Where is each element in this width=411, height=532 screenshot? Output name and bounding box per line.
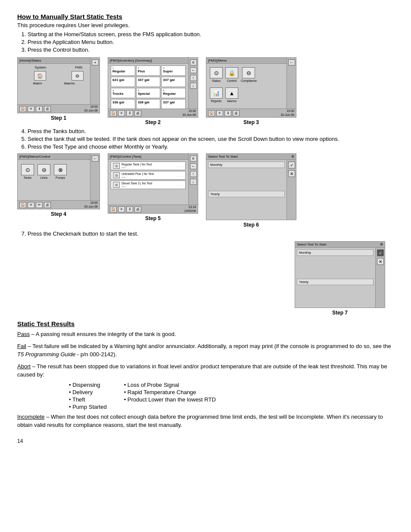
step6-label: Step 6 — [243, 222, 259, 228]
screen2-bicon2[interactable]: ≡ — [118, 110, 125, 116]
step2-screen: [FMS]/Inventory [Summary] 🔍▪ 1 Regular — [108, 57, 198, 118]
screen5-bicon2[interactable]: ≡ — [118, 206, 125, 212]
results-heading: Static Test Results — [17, 320, 394, 327]
screen5-bicon3[interactable]: ℹ — [126, 206, 133, 212]
screen3-bicon1[interactable]: 🏠 — [208, 110, 215, 116]
screen5-sidebar-btn1[interactable]: ≡ — [190, 156, 197, 162]
screen1-home-icon: 🏠 — [34, 71, 46, 81]
screen5-sidebar-btn4[interactable]: ↓ — [190, 179, 197, 185]
screen3-alarms-box[interactable]: ▲ — [225, 87, 238, 99]
inv-label2: 5 Special — [136, 88, 161, 98]
abort-bullet-1: Dispensing — [69, 382, 107, 388]
screen4-tanks-box[interactable]: ⊙ — [21, 164, 34, 175]
step-7-list: Press the Checkmark button to start the … — [28, 230, 394, 237]
screen7-checkmark-btn[interactable]: ✓ — [377, 249, 384, 256]
step3-block: [FMS]/Menu 🔍▪ ⊙ Status 🔒 — [206, 57, 296, 125]
screen1-alarm2: Alarms — [64, 81, 75, 85]
section-title: How to Manually Start Static Tests — [17, 13, 394, 20]
step3-screen: [FMS]/Menu 🔍▪ ⊙ Status 🔒 — [206, 57, 296, 118]
inv-val2: 337 gal — [136, 77, 161, 87]
step5-label: Step 5 — [145, 215, 161, 221]
screen1-bicon1[interactable]: 🏠 — [19, 106, 26, 112]
fail-label: Fail — [17, 343, 26, 349]
screen3-bicon3[interactable]: ℹ — [224, 110, 231, 116]
screen5-topbar-title: [FMS]/Control [Tank] — [110, 155, 141, 159]
screen7-monthly-option[interactable]: Monthly — [297, 249, 374, 256]
step7-screen: Select Test To Start ⚙ Monthly Yearly ✓ … — [295, 241, 385, 308]
screen7-sidebar: ✓ ✕ — [375, 248, 385, 308]
fail-pn: - p/n 000-2142). — [75, 351, 117, 358]
screen7-yearly-option[interactable]: Yearly — [297, 279, 374, 285]
screen2-sidebar-btn4[interactable]: ↓ — [190, 83, 197, 89]
inv-label3: 6 Regular — [161, 88, 186, 98]
screen6-x-btn[interactable]: ✕ — [288, 170, 295, 177]
screen2-sidebar-btn2[interactable]: ← — [190, 67, 197, 73]
inv-val5: 338 gal — [136, 99, 161, 109]
screen4-time: 19:00 20-Jun-06 — [84, 201, 98, 208]
screen4-lines-icon: ⊖ Lines — [37, 164, 50, 179]
screen1-alarm1: Alarm — [33, 81, 42, 85]
screen5-tank-list: ⊙ Regular Tank | No Test ---- . . . ⊙ — [108, 160, 188, 192]
screen7-list: Monthly Yearly — [295, 248, 375, 308]
screen5-sidebar-btn2[interactable]: ← — [190, 163, 197, 169]
screen2-bicon4[interactable]: 🖨 — [134, 110, 141, 116]
screen3-reports-box[interactable]: 📊 — [210, 87, 223, 99]
screen2-bicon1[interactable]: 🏠 — [110, 110, 117, 116]
screen6-body: Monthly Yearly ✓ ✕ — [206, 160, 296, 220]
inv-col1-header: 1 Regular — [111, 65, 135, 76]
abort-text: – The result has been stopped due to var… — [17, 363, 387, 378]
screen2-bicon3[interactable]: ℹ — [126, 110, 133, 116]
screen5-sidebar-btn3[interactable]: ↑ — [190, 171, 197, 177]
tank1-dots: . . . — [177, 165, 184, 168]
screen7-body: Monthly Yearly ✓ ✕ — [295, 248, 385, 308]
screen5-bicon4[interactable]: 🖨 — [134, 206, 141, 212]
screen7-x-btn[interactable]: ✕ — [377, 258, 384, 265]
screen4-pumps-icon: ⊗ Pumps — [54, 164, 67, 179]
screen2-sidebar-btn3[interactable]: ↑ — [190, 75, 197, 81]
intro-text: This procedure requires User level privi… — [17, 22, 394, 28]
screen6-yearly-option[interactable]: Yearly — [208, 191, 285, 197]
screen4-sidebar-btn1[interactable]: ← — [92, 156, 99, 162]
screen5-bottom-icons: 🏠 ≡ ℹ 🖨 — [110, 206, 141, 212]
screen1-bicon4[interactable]: 🖨 — [44, 106, 51, 112]
screen3-alarms-icon: ▲ Alarms — [225, 87, 238, 103]
screen3-compliance-box[interactable]: ⊖ — [242, 67, 255, 78]
screen4-pumps-box[interactable]: ⊗ — [54, 164, 67, 175]
steps-4-6-list: Press the Tanks button. Select the tank … — [28, 128, 394, 150]
screen4-bottombar: 🏠 ≡ ✏ 🖨 19:00 20-Jun-06 — [18, 200, 100, 209]
screen1-bottom-icons: 🏠 ≡ ℹ 🖨 — [19, 106, 51, 112]
abort-para: Abort – The result has been stopped due … — [17, 362, 394, 379]
screen6-checkmark-btn[interactable]: ✓ — [288, 162, 295, 168]
step1-block: [Home]/Status 🔍▪ System FMS 🏠 ⊖ — [17, 57, 100, 121]
screen3-sidebar-btn1[interactable]: ← — [288, 59, 295, 65]
screen1-bicon3[interactable]: ℹ — [36, 106, 43, 112]
screen3-status-icon: ⊙ Status — [210, 67, 223, 82]
tank2-icon: ⊙ — [113, 172, 120, 178]
screen4-bicon4[interactable]: 🖨 — [44, 202, 51, 208]
screen1-bicon2[interactable]: ≡ — [28, 106, 34, 112]
step-4-text: Press the Tanks button. — [28, 128, 394, 134]
screen4-bicon1[interactable]: 🏠 — [19, 202, 26, 208]
incomplete-para: Incomplete – When the test does not coll… — [17, 413, 394, 429]
screen5-tank1: ⊙ Regular Tank | No Test ---- . . . — [111, 162, 186, 170]
steps-list: Starting at the Home/Status screen, pres… — [28, 31, 394, 53]
screen3-status-box[interactable]: ⊙ — [210, 67, 223, 78]
screen4-bicon3[interactable]: ✏ — [36, 202, 43, 208]
step6-block: Select Test To Start ⚙ Monthly Yearly ✓ … — [206, 153, 296, 228]
screen6-monthly-option[interactable]: Monthly — [208, 162, 285, 168]
pass-text: – A passing result ensures the integrity… — [30, 331, 176, 337]
screen1-fms-icon: ⊖ — [72, 71, 84, 81]
screen4-bicon2[interactable]: ≡ — [28, 202, 34, 208]
screen1-sidebar-btn1[interactable]: ▪ — [92, 59, 99, 65]
screen4-lines-box[interactable]: ⊖ — [37, 164, 50, 175]
steps-1-3-row: [Home]/Status 🔍▪ System FMS 🏠 ⊖ — [17, 57, 394, 125]
screen3-bicon4[interactable]: 🖨 — [233, 110, 240, 116]
screen2-sidebar-btn1[interactable]: ≡ — [190, 59, 197, 65]
screen2-time: 19:00 20-Jun-06 — [182, 109, 196, 117]
screen3-bicon2[interactable]: ≡ — [216, 110, 223, 116]
screen3-control-box[interactable]: 🔒 — [225, 67, 238, 78]
tank3-icon: ⊙ — [113, 182, 120, 188]
abort-bullet-4: Pump Started — [69, 404, 107, 410]
screen5-bicon1[interactable]: 🏠 — [110, 206, 117, 212]
step2-label: Step 2 — [145, 119, 161, 125]
